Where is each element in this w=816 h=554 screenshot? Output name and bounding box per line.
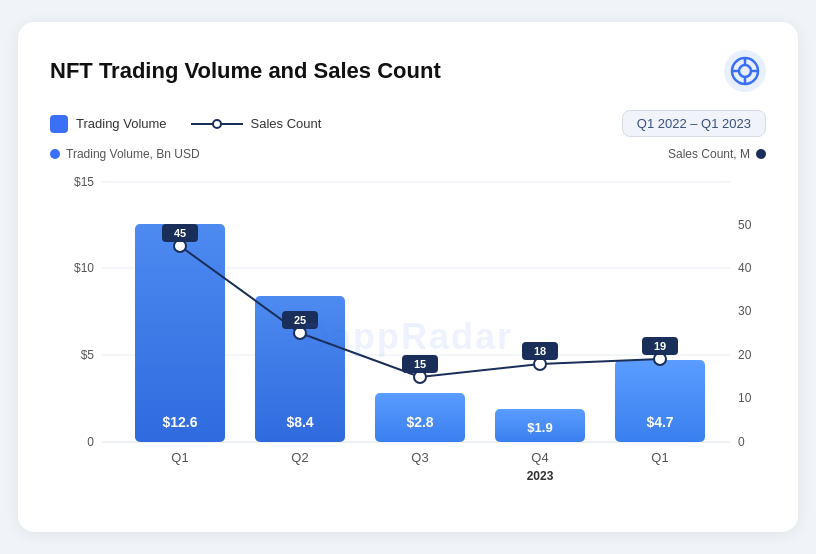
bar-q1 (135, 224, 225, 442)
header-row: NFT Trading Volume and Sales Count (50, 50, 766, 92)
svg-text:2023: 2023 (527, 469, 554, 483)
svg-text:Q2: Q2 (291, 450, 308, 465)
svg-text:$2.8: $2.8 (406, 414, 433, 430)
svg-text:18: 18 (534, 345, 546, 357)
svg-text:0: 0 (738, 435, 745, 449)
svg-text:$1.9: $1.9 (527, 420, 552, 435)
legend-sales-count: Sales Count (191, 116, 322, 131)
legend-bar-icon (50, 115, 68, 133)
svg-text:$4.7: $4.7 (646, 414, 673, 430)
svg-text:$10: $10 (74, 261, 94, 275)
svg-text:Q1: Q1 (171, 450, 188, 465)
svg-text:15: 15 (414, 358, 426, 370)
right-axis-label: Sales Count, M (668, 147, 750, 161)
left-axis-label-row: Trading Volume, Bn USD (50, 147, 200, 161)
legend-trading-volume: Trading Volume (50, 115, 167, 133)
svg-text:19: 19 (654, 340, 666, 352)
svg-text:10: 10 (738, 391, 752, 405)
svg-text:$5: $5 (81, 348, 95, 362)
svg-text:30: 30 (738, 304, 752, 318)
right-axis-dot (756, 149, 766, 159)
axis-labels-row: Trading Volume, Bn USD Sales Count, M (50, 147, 766, 161)
svg-text:$12.6: $12.6 (162, 414, 197, 430)
legend-bar-label: Trading Volume (76, 116, 167, 131)
svg-text:0: 0 (87, 435, 94, 449)
svg-text:25: 25 (294, 314, 306, 326)
chart-svg: $15 $10 $5 0 50 40 30 20 10 0 (50, 167, 766, 507)
main-card: NFT Trading Volume and Sales Count Tradi… (18, 22, 798, 532)
date-range-badge[interactable]: Q1 2022 – Q1 2023 (622, 110, 766, 137)
right-axis-label-row: Sales Count, M (668, 147, 766, 161)
legend-row: Trading Volume Sales Count Q1 2022 – Q1 … (50, 110, 766, 137)
chart-container: DappRadar $15 $10 $5 0 50 40 30 20 10 0 (50, 167, 766, 507)
dappradar-logo (724, 50, 766, 92)
legend-left: Trading Volume Sales Count (50, 115, 321, 133)
legend-line-icon (191, 119, 243, 129)
svg-text:50: 50 (738, 218, 752, 232)
left-axis-label: Trading Volume, Bn USD (66, 147, 200, 161)
svg-text:Q1: Q1 (651, 450, 668, 465)
svg-text:20: 20 (738, 348, 752, 362)
svg-point-0 (724, 50, 766, 92)
svg-text:40: 40 (738, 261, 752, 275)
svg-text:Q3: Q3 (411, 450, 428, 465)
svg-text:$15: $15 (74, 175, 94, 189)
chart-title: NFT Trading Volume and Sales Count (50, 58, 441, 84)
svg-text:45: 45 (174, 227, 186, 239)
legend-line-label: Sales Count (251, 116, 322, 131)
svg-text:Q4: Q4 (531, 450, 548, 465)
svg-text:$8.4: $8.4 (286, 414, 313, 430)
left-axis-dot (50, 149, 60, 159)
